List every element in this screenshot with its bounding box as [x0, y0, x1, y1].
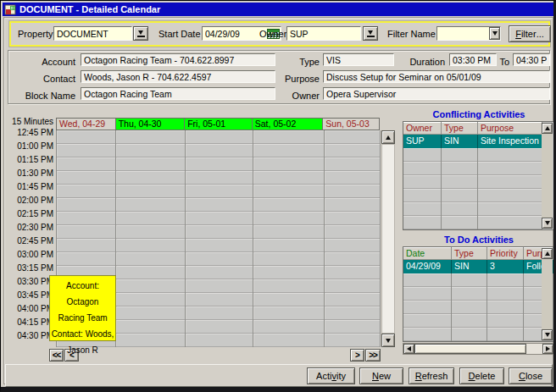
- calendar-cell[interactable]: [253, 171, 325, 185]
- next-week-button[interactable]: >>: [365, 349, 381, 362]
- calendar-cell[interactable]: [325, 334, 381, 347]
- refresh-button[interactable]: Refresh: [409, 367, 454, 384]
- calendar-cell[interactable]: [116, 198, 186, 212]
- calendar-cell[interactable]: [57, 144, 116, 157]
- calendar-cell[interactable]: [186, 306, 253, 320]
- table-row-selected[interactable]: 04/29/09SIN3Follow-up: [403, 260, 553, 273]
- calendar-cell[interactable]: [186, 266, 253, 279]
- calendar-cell[interactable]: [57, 198, 116, 212]
- owner-field[interactable]: [286, 26, 361, 41]
- close-button[interactable]: Close: [509, 367, 553, 384]
- calendar-cell[interactable]: [116, 279, 186, 293]
- scroll-down-button[interactable]: [542, 218, 553, 229]
- calendar-cell[interactable]: [186, 320, 253, 334]
- calendar-cell[interactable]: [325, 144, 381, 157]
- calendar-cell[interactable]: [253, 266, 325, 279]
- calendar-cell[interactable]: [186, 212, 253, 225]
- scroll-down-button[interactable]: [542, 329, 553, 340]
- calendar-scroll-down-button[interactable]: [381, 334, 395, 347]
- calendar-cell[interactable]: [253, 252, 325, 266]
- calendar-cell[interactable]: [253, 198, 325, 212]
- calendar-cell[interactable]: [325, 212, 381, 225]
- calendar-cell[interactable]: [116, 225, 186, 239]
- table-row-selected[interactable]: SUPSINSite Inspection: [403, 135, 553, 148]
- calendar-cell[interactable]: [325, 306, 381, 320]
- delete-button[interactable]: Delete: [459, 367, 504, 384]
- purpose-field[interactable]: [323, 70, 550, 83]
- calendar-cell[interactable]: [325, 225, 381, 239]
- todo-horizontal-scrollbar[interactable]: [403, 343, 554, 355]
- calendar-cell[interactable]: [186, 130, 253, 144]
- next-day-button[interactable]: >: [350, 349, 364, 362]
- owner-lov-button[interactable]: [363, 26, 378, 41]
- filter-button[interactable]: Filter...: [509, 25, 551, 42]
- calendar-cell[interactable]: [186, 334, 253, 347]
- calendar-scrollbar-track[interactable]: [381, 144, 395, 334]
- calendar-cell[interactable]: [116, 212, 186, 225]
- activity-button[interactable]: Activity: [307, 367, 355, 384]
- calendar-cell[interactable]: [116, 239, 186, 252]
- calendar-cell[interactable]: [57, 225, 116, 239]
- calendar-cell[interactable]: [57, 130, 116, 144]
- calendar-cell[interactable]: [57, 157, 116, 171]
- appointment-tooltip[interactable]: Account: OctagonRacing TeamContact: Wood…: [49, 275, 116, 341]
- scroll-up-button[interactable]: [542, 123, 553, 134]
- calendar-cell[interactable]: [325, 157, 381, 171]
- calendar-cell[interactable]: [186, 279, 253, 293]
- calendar-cell[interactable]: [253, 306, 325, 320]
- calendar-cell[interactable]: [253, 293, 325, 306]
- calendar-cell[interactable]: [186, 239, 253, 252]
- scroll-left-button[interactable]: [403, 344, 414, 354]
- calendar-cell[interactable]: [116, 320, 186, 334]
- table-vertical-scrollbar[interactable]: [542, 248, 553, 340]
- calendar-cell[interactable]: [116, 171, 186, 185]
- calendar-cell[interactable]: [116, 130, 186, 144]
- calendar-cell[interactable]: [253, 130, 325, 144]
- table-vertical-scrollbar[interactable]: [542, 123, 553, 229]
- calendar-cell[interactable]: [325, 266, 381, 279]
- calendar-cell[interactable]: [186, 157, 253, 171]
- calendar-cell[interactable]: [116, 334, 186, 347]
- calendar-cell[interactable]: [116, 157, 186, 171]
- calendar-cell[interactable]: [57, 239, 116, 252]
- calendar-cell[interactable]: [253, 225, 325, 239]
- account-field[interactable]: [81, 53, 275, 66]
- calendar-cell[interactable]: [253, 157, 325, 171]
- calendar-cell[interactable]: [253, 212, 325, 225]
- calendar-cell[interactable]: [57, 185, 116, 198]
- calendar-cell[interactable]: [325, 198, 381, 212]
- calendar-cell[interactable]: [57, 212, 116, 225]
- calendar-cell[interactable]: [186, 144, 253, 157]
- calendar-cell[interactable]: [186, 293, 253, 306]
- calendar-cell[interactable]: [116, 144, 186, 157]
- calendar-cell[interactable]: [186, 185, 253, 198]
- calendar-cell[interactable]: [57, 252, 116, 266]
- calendar-cell[interactable]: [325, 320, 381, 334]
- scroll-right-button[interactable]: [542, 344, 553, 354]
- calendar-cell[interactable]: [325, 171, 381, 185]
- calendar-cell[interactable]: [57, 171, 116, 185]
- calendar-cell[interactable]: [253, 334, 325, 347]
- property-field[interactable]: [53, 26, 132, 41]
- calendar-cell[interactable]: [186, 198, 253, 212]
- calendar-cell[interactable]: [253, 239, 325, 252]
- duration-to-field[interactable]: [513, 53, 550, 66]
- calendar-cell[interactable]: [116, 306, 186, 320]
- filter-name-dropdown-button[interactable]: [489, 27, 500, 40]
- calendar-cell[interactable]: [253, 185, 325, 198]
- contact-field[interactable]: [81, 70, 275, 83]
- calendar-cell[interactable]: [186, 225, 253, 239]
- calendar-cell[interactable]: [186, 171, 253, 185]
- calendar-cell[interactable]: [116, 185, 186, 198]
- calendar-cell[interactable]: [116, 266, 186, 279]
- detail-owner-field[interactable]: [323, 87, 550, 100]
- calendar-cell[interactable]: [325, 279, 381, 293]
- calendar-cell[interactable]: [325, 239, 381, 252]
- scroll-up-button[interactable]: [542, 248, 553, 259]
- new-button[interactable]: New: [359, 367, 403, 384]
- calendar-cell[interactable]: [253, 279, 325, 293]
- scrollbar-thumb[interactable]: [414, 344, 526, 354]
- block-name-field[interactable]: [81, 87, 275, 100]
- calendar-cell[interactable]: [253, 144, 325, 157]
- calendar-cell[interactable]: [253, 320, 325, 334]
